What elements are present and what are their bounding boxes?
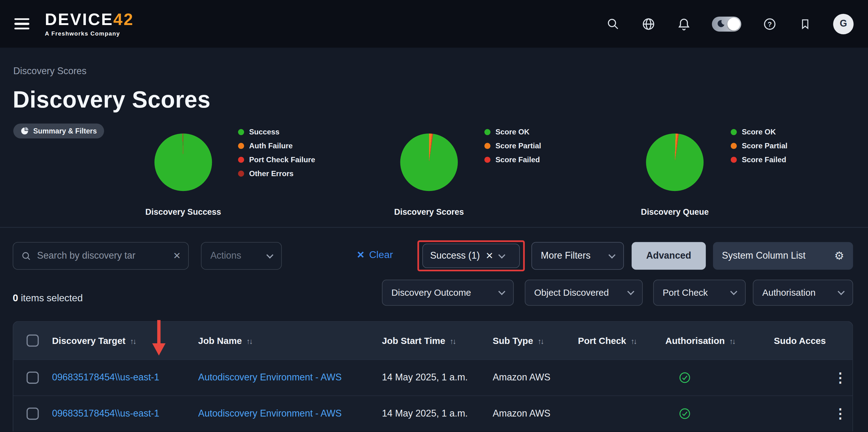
sort-icon[interactable]: ↑↓ — [450, 337, 455, 345]
legend-item: Score OK — [731, 128, 788, 136]
job-name-link[interactable]: Autodiscovery Environment - AWS — [198, 408, 382, 419]
sort-icon[interactable]: ↑↓ — [630, 337, 636, 345]
legend-dot — [484, 129, 491, 135]
kebab-menu-icon[interactable]: ⋮ — [834, 407, 847, 420]
column-header-authorisation[interactable]: Authorisation↑↓ — [665, 335, 774, 346]
logo-subtitle: A Freshworks Company — [45, 30, 134, 37]
row-checkbox[interactable] — [27, 371, 39, 383]
active-filter-chip-success[interactable]: Success (1) × — [422, 244, 520, 268]
authorisation-success-icon — [679, 408, 774, 420]
notifications-bell-icon[interactable] — [677, 17, 691, 31]
toggle-knob — [727, 17, 740, 30]
discovery-target-link[interactable]: 096835178454\\us-east-1 — [52, 408, 198, 419]
actions-label: Actions — [210, 250, 241, 261]
search-icon[interactable] — [606, 17, 620, 31]
legend-dot — [238, 171, 244, 177]
table-row: 096835178454\\us-east-1 Autodiscovery En… — [13, 359, 852, 395]
column-header-discovery-target[interactable]: Discovery Target↑↓ — [52, 335, 198, 346]
selection-status: 0 items selected — [13, 292, 83, 304]
job-start-time-cell: 14 May 2025, 1 a.m. — [382, 372, 493, 383]
column-label: Port Check — [578, 335, 626, 345]
chevron-down-icon — [838, 288, 845, 295]
port-check-dropdown[interactable]: Port Check — [653, 280, 746, 306]
sort-icon[interactable]: ↑↓ — [130, 337, 135, 345]
sub-type-cell: Amazon AWS — [493, 408, 578, 419]
actions-dropdown[interactable]: Actions — [201, 242, 282, 270]
row-actions-cell: ⋮ — [828, 371, 852, 384]
system-column-list-button[interactable]: System Column List ⚙ — [713, 242, 853, 270]
logo-text: DEVICE42 — [45, 11, 134, 28]
column-header-port-check[interactable]: Port Check↑↓ — [578, 335, 665, 346]
row-checkbox-cell — [13, 408, 52, 420]
legend-item: Score Failed — [731, 156, 788, 164]
authorisation-label: Authorisation — [762, 287, 816, 298]
dark-mode-toggle[interactable] — [712, 17, 741, 31]
discovery-outcome-dropdown[interactable]: Discovery Outcome — [382, 280, 514, 306]
advanced-label: Advanced — [646, 250, 691, 261]
search-icon — [21, 251, 32, 261]
chevron-down-icon — [266, 251, 273, 258]
user-avatar[interactable]: G — [833, 13, 854, 34]
chip-label: Success (1) — [430, 250, 480, 261]
column-label: Sub Type — [493, 335, 533, 345]
column-label: Authorisation — [665, 335, 725, 345]
sort-icon[interactable]: ↑↓ — [537, 337, 543, 345]
kebab-menu-icon[interactable]: ⋮ — [834, 371, 847, 384]
search-input[interactable] — [37, 250, 168, 261]
sort-icon[interactable]: ↑↓ — [729, 337, 735, 345]
chevron-down-icon — [609, 251, 616, 258]
discovery-scores-table: Discovery Target↑↓ Job Name↑↓ Job Start … — [13, 321, 853, 431]
column-label: Job Start Time — [382, 335, 445, 345]
legend-discovery-scores: Score OK Score Partial Score Failed — [484, 128, 541, 164]
row-checkbox[interactable] — [27, 408, 39, 420]
legend-item: Success — [238, 128, 315, 136]
object-discovered-label: Object Discovered — [534, 287, 609, 298]
pie-chart-discovery-scores — [400, 133, 458, 191]
more-filters-dropdown[interactable]: More Filters — [531, 242, 624, 270]
column-label: Sudo Acces — [774, 335, 826, 345]
legend-dot — [731, 143, 737, 149]
authorisation-cell — [665, 371, 774, 383]
authorisation-dropdown[interactable]: Authorisation — [753, 280, 853, 306]
chart-title-discovery-scores: Discovery Scores — [368, 207, 490, 216]
authorisation-cell — [665, 408, 774, 420]
clear-filters-button[interactable]: × Clear — [357, 249, 393, 261]
device42-logo[interactable]: DEVICE42 A Freshworks Company — [45, 11, 134, 36]
legend-dot — [484, 157, 491, 163]
object-discovered-dropdown[interactable]: Object Discovered — [525, 280, 643, 306]
breadcrumb[interactable]: Discovery Scores — [13, 66, 87, 77]
summary-filters-toggle[interactable]: Summary & Filters — [13, 124, 104, 138]
bookmark-icon[interactable] — [798, 17, 812, 31]
help-icon[interactable]: ? — [762, 17, 777, 31]
select-all-checkbox[interactable] — [27, 334, 39, 346]
clear-search-icon[interactable]: × — [173, 250, 180, 262]
advanced-button[interactable]: Advanced — [632, 242, 706, 270]
chevron-down-icon — [627, 288, 634, 295]
pie-chart-discovery-success — [154, 133, 212, 191]
search-box: × — [13, 242, 189, 270]
sort-icon[interactable]: ↑↓ — [246, 337, 252, 345]
job-name-link[interactable]: Autodiscovery Environment - AWS — [198, 372, 382, 383]
hamburger-menu-icon[interactable] — [14, 18, 29, 30]
legend-item: Auth Failure — [238, 142, 315, 150]
column-header-job-start-time[interactable]: Job Start Time↑↓ — [382, 335, 493, 346]
port-check-label: Port Check — [662, 287, 708, 298]
chevron-down-icon — [498, 288, 505, 295]
legend-item: Score Partial — [731, 142, 788, 150]
legend-dot — [238, 157, 244, 163]
column-header-sub-type[interactable]: Sub Type↑↓ — [493, 335, 578, 346]
selected-count: 0 — [13, 292, 18, 304]
authorisation-success-icon — [679, 371, 774, 383]
chart-title-discovery-success: Discovery Success — [122, 207, 244, 216]
header-checkbox-cell — [13, 334, 52, 346]
discovery-target-link[interactable]: 096835178454\\us-east-1 — [52, 372, 198, 383]
column-header-job-name[interactable]: Job Name↑↓ — [198, 335, 382, 346]
topbar: DEVICE42 A Freshworks Company ? — [0, 0, 868, 48]
pie-chart-discovery-queue — [646, 133, 703, 191]
row-actions-cell: ⋮ — [828, 407, 852, 420]
remove-filter-icon[interactable]: × — [486, 250, 493, 262]
legend-discovery-queue: Score OK Score Partial Score Failed — [731, 128, 788, 164]
moon-icon — [715, 19, 725, 29]
globe-icon[interactable] — [641, 17, 655, 31]
column-header-sudo-access[interactable]: Sudo Acces — [774, 335, 828, 346]
